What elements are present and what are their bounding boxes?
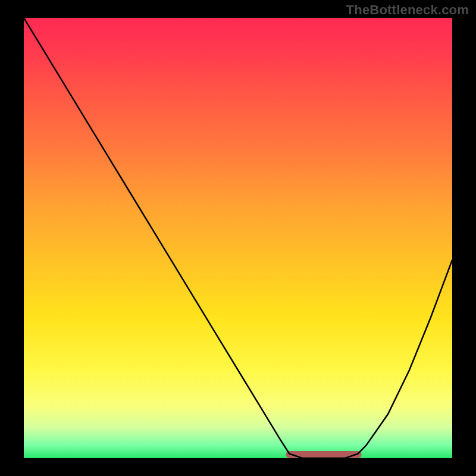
chart-svg [24, 18, 452, 458]
watermark-text: TheBottleneck.com [346, 2, 469, 18]
plot-area [24, 18, 452, 458]
chart-frame: TheBottleneck.com [0, 0, 476, 476]
curve-line [24, 18, 452, 458]
